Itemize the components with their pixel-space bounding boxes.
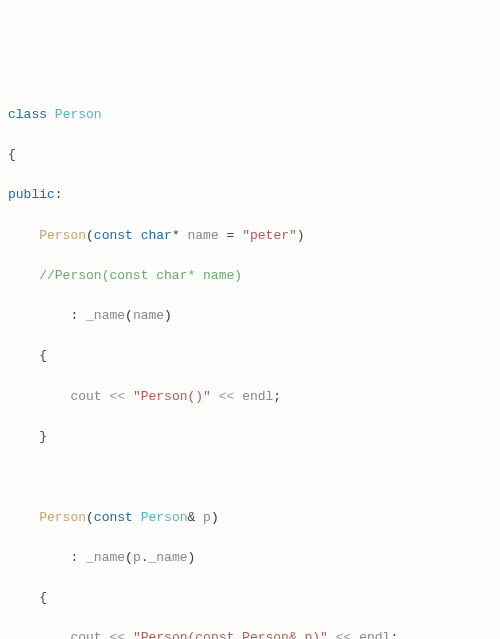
code-line: { <box>8 145 492 165</box>
cout: cout <box>70 630 101 639</box>
stream-op: << <box>219 389 235 404</box>
code-line: { <box>8 588 492 608</box>
code-line: } <box>8 427 492 447</box>
semi: ; <box>273 389 281 404</box>
brace-open: { <box>39 348 47 363</box>
ctor-name: Person <box>39 510 86 525</box>
code-line: : _name(name) <box>8 306 492 326</box>
keyword-const: const <box>94 228 133 243</box>
keyword-char: char <box>141 228 172 243</box>
code-line: Person(const Person& p) <box>8 508 492 528</box>
brace-open: { <box>39 590 47 605</box>
type-person: Person <box>55 107 102 122</box>
paren-close: ) <box>297 228 305 243</box>
amp: & <box>187 510 195 525</box>
string-literal: "peter" <box>242 228 297 243</box>
eq: = <box>227 228 235 243</box>
code-line: : _name(p._name) <box>8 548 492 568</box>
stream-op: << <box>336 630 352 639</box>
string-literal: "Person(const Person& p)" <box>133 630 328 639</box>
type-person: Person <box>141 510 188 525</box>
access-public: public <box>8 187 55 202</box>
stream-op: << <box>109 630 125 639</box>
code-line: class Person <box>8 105 492 125</box>
comment: //Person(const char* name) <box>39 268 242 283</box>
brace-close: } <box>39 429 47 444</box>
code-editor: class Person { public: Person(const char… <box>8 85 492 639</box>
ctor-name: Person <box>39 228 86 243</box>
semi: ; <box>390 630 398 639</box>
endl: endl <box>359 630 390 639</box>
endl: endl <box>242 389 273 404</box>
p-name: _name <box>149 550 188 565</box>
colon: : <box>70 550 78 565</box>
arg: name <box>133 308 164 323</box>
dot: . <box>141 550 149 565</box>
code-line <box>8 467 492 487</box>
star: * <box>172 228 180 243</box>
param-p: p <box>203 510 211 525</box>
code-line: public: <box>8 185 492 205</box>
string-literal: "Person()" <box>133 389 211 404</box>
code-line: //Person(const char* name) <box>8 266 492 286</box>
param-name: name <box>188 228 219 243</box>
keyword-const: const <box>94 510 133 525</box>
code-line: cout << "Person(const Person& p)" << end… <box>8 628 492 639</box>
stream-op: << <box>109 389 125 404</box>
code-line: { <box>8 346 492 366</box>
colon: : <box>70 308 78 323</box>
brace-open: { <box>8 147 16 162</box>
member-name: _name <box>86 308 125 323</box>
code-line: cout << "Person()" << endl; <box>8 387 492 407</box>
code-line: Person(const char* name = "peter") <box>8 226 492 246</box>
cout: cout <box>70 389 101 404</box>
colon: : <box>55 187 63 202</box>
p: p <box>133 550 141 565</box>
member-name: _name <box>86 550 125 565</box>
keyword-class: class <box>8 107 47 122</box>
